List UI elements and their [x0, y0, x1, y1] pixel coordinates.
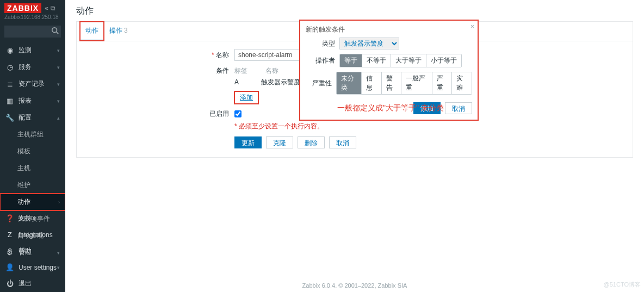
modal-title: 新的触发条件 — [300, 21, 478, 38]
add-condition-link[interactable]: 添加 — [234, 91, 258, 104]
sev-ncl[interactable]: 未分类 — [337, 72, 362, 94]
nav-user-settings-label: User settings — [18, 264, 57, 271]
cond-hd-tag: 标签 — [234, 66, 247, 76]
search-box — [4, 26, 61, 38]
chevron-up-icon: ▴ — [57, 115, 60, 121]
svg-line-1 — [57, 32, 59, 34]
power-icon: ⏻ — [5, 279, 14, 288]
chevron-down-icon: ▾ — [57, 82, 60, 87]
clock-icon: ◷ — [5, 63, 14, 71]
nav-help[interactable]: ?帮助 — [0, 243, 65, 259]
enabled-label: 已启用 — [77, 109, 234, 119]
nav-logout-label: 退出 — [18, 279, 32, 288]
sidebar-item-templates[interactable]: 模板 — [0, 143, 65, 160]
popout-icon[interactable]: ⧉ — [51, 4, 55, 12]
help-icon: ? — [5, 247, 14, 255]
severity-label: 严重性 — [306, 79, 336, 88]
button-row: 更新 克隆 删除 取消 — [234, 136, 633, 148]
clone-button[interactable]: 克隆 — [266, 136, 293, 148]
op-neq[interactable]: 不等于 — [362, 54, 391, 67]
nav-reports-label: 报表 — [18, 96, 32, 105]
nav-monitoring[interactable]: ◉监测▾ — [0, 42, 65, 59]
footer-nav: ❓支持 ZIntegrations ?帮助 👤User settings▾ ⏻退… — [0, 210, 65, 292]
sev-warn[interactable]: 警告 — [382, 72, 402, 94]
op-gte[interactable]: 大于等于 — [391, 54, 426, 67]
update-button[interactable]: 更新 — [234, 136, 262, 148]
sidebar-item-label: 维护 — [17, 181, 30, 190]
tab-operations-count: 3 — [124, 27, 128, 34]
modal-cancel-button[interactable]: 取消 — [445, 102, 472, 114]
nav-support[interactable]: ❓支持 — [0, 210, 65, 227]
name-label: 名称 — [77, 51, 234, 60]
cond-key: A — [234, 78, 259, 86]
page-footer: Zabbix 6.0.4. © 2001–2022, Zabbix SIA — [65, 282, 644, 289]
sidebar-item-label: 主机 — [17, 164, 30, 173]
server-host: Zabbix192.168.250.18 — [4, 14, 61, 20]
cond-hd-name: 名称 — [265, 66, 278, 76]
sidebar-item-hostgroups[interactable]: 主机群组 — [0, 126, 65, 143]
sidebar-item-label: 模板 — [17, 147, 30, 156]
cond-label: 条件 — [77, 66, 234, 76]
nav-integrations[interactable]: ZIntegrations — [0, 227, 65, 243]
tab-operations[interactable]: 操作3 — [104, 22, 133, 41]
search-icon[interactable] — [51, 27, 59, 34]
list-icon: ≣ — [5, 80, 14, 88]
sev-avg[interactable]: 一般严重 — [401, 72, 432, 94]
wrench-icon: 🔧 — [5, 114, 14, 122]
sev-high[interactable]: 严重 — [432, 72, 453, 94]
nav-monitoring-label: 监测 — [18, 46, 32, 55]
watermark: @51CTO博客 — [604, 281, 641, 289]
logo-block: ZABBIX « ⧉ Zabbix192.168.250.18 — [0, 0, 65, 22]
chevron-right-icon: › — [58, 200, 60, 205]
eye-icon: ◉ — [5, 46, 14, 54]
nav-inventory-label: 资产记录 — [18, 79, 45, 89]
op-eq[interactable]: 等于 — [340, 54, 362, 67]
nav-integrations-label: Integrations — [18, 231, 53, 239]
tab-action-label: 动作 — [85, 27, 98, 34]
enabled-checkbox[interactable] — [234, 110, 242, 117]
operator-label: 操作者 — [306, 56, 339, 65]
nav-user-settings[interactable]: 👤User settings▾ — [0, 259, 65, 275]
collapse-icon[interactable]: « — [45, 4, 48, 12]
severity-segment: 未分类 信息 警告 一般严重 严重 灾难 — [336, 72, 472, 95]
sidebar-item-maintenance[interactable]: 维护 — [0, 177, 65, 194]
sidebar-item-actions[interactable]: 动作› — [0, 194, 65, 210]
sev-dis[interactable]: 灾难 — [452, 72, 472, 94]
chevron-down-icon: ▾ — [57, 98, 60, 104]
nav-logout[interactable]: ⏻退出 — [0, 275, 65, 292]
warning-text: 必须至少设置一个执行内容。 — [234, 122, 633, 131]
nav-config[interactable]: 🔧配置▴ — [0, 109, 65, 126]
sidebar-item-label: 主机群组 — [17, 130, 44, 139]
support-icon: ❓ — [5, 214, 14, 222]
chevron-down-icon: ▾ — [57, 48, 60, 53]
type-label: 类型 — [306, 39, 339, 48]
tab-operations-label: 操作 — [109, 27, 122, 34]
sidebar: ZABBIX « ⧉ Zabbix192.168.250.18 ◉监测▾ ◷服务… — [0, 0, 65, 292]
nav-config-label: 配置 — [18, 113, 32, 122]
user-icon: 👤 — [5, 263, 14, 271]
delete-button[interactable]: 删除 — [298, 136, 325, 148]
content: 动作 动作 操作3 名称 条件 标签 名称 A 触发器示警度 — [65, 0, 644, 292]
nav-support-label: 支持 — [18, 214, 32, 223]
brand-logo[interactable]: ZABBIX — [4, 3, 41, 13]
chevron-down-icon: ▾ — [57, 65, 60, 70]
annotation-text: 一般都定义成"大于等于" 未分类 — [337, 103, 444, 113]
tab-action[interactable]: 动作 — [80, 22, 104, 41]
nav-help-label: 帮助 — [18, 246, 32, 256]
nav-services[interactable]: ◷服务▾ — [0, 59, 65, 76]
svg-point-0 — [52, 28, 57, 33]
chevron-down-icon: ▾ — [57, 265, 60, 270]
operator-segment: 等于 不等于 大于等于 小于等于 — [339, 54, 462, 67]
z-icon: Z — [5, 231, 14, 239]
op-lte[interactable]: 小于等于 — [426, 54, 461, 67]
nav-inventory[interactable]: ≣资产记录▾ — [0, 76, 65, 92]
cancel-button[interactable]: 取消 — [329, 136, 356, 148]
type-select[interactable]: 触发器示警度 — [339, 38, 399, 49]
sidebar-item-label: 动作 — [17, 197, 30, 207]
page-title: 动作 — [76, 5, 633, 17]
nav-reports[interactable]: ▥报表▾ — [0, 92, 65, 109]
sidebar-item-hosts[interactable]: 主机 — [0, 160, 65, 177]
close-icon[interactable]: × — [470, 23, 474, 30]
sev-info[interactable]: 信息 — [362, 72, 382, 94]
nav-services-label: 服务 — [18, 63, 32, 72]
